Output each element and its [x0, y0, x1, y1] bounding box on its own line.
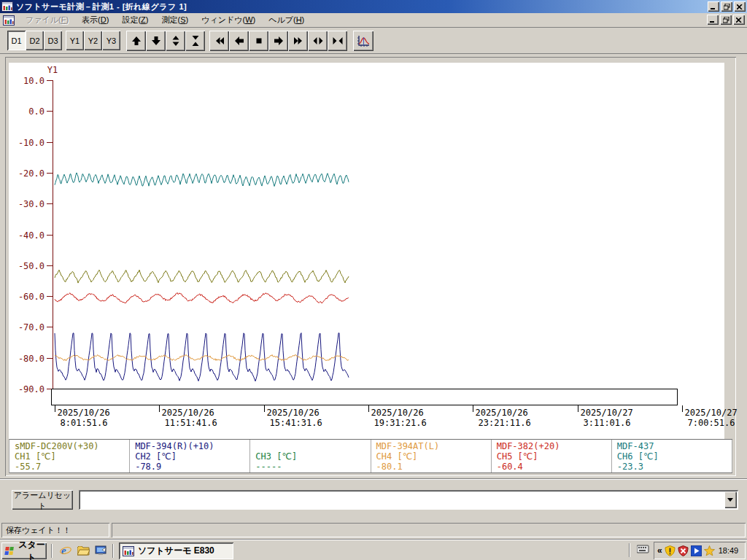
tray-clock[interactable]: 18:49 [719, 546, 739, 555]
legend-channel-label: CH5 [℃] [497, 451, 611, 462]
security-warning-shield-icon[interactable] [665, 545, 676, 556]
close-button[interactable] [734, 1, 746, 12]
toolbar-button-expand-horizontal[interactable] [308, 31, 328, 51]
toolbar-button-d1[interactable]: D1 [7, 31, 26, 50]
toolbar: D1D2D3Y1Y2Y3 [0, 28, 747, 54]
x-tick-date: 2025/10/26 [476, 408, 528, 418]
taskbar-app-button[interactable]: ソフトサーモ E830 [119, 542, 233, 559]
toolbar-button-arrow-up[interactable] [126, 31, 146, 51]
mdi-client: Y110.00.0-10.0-20.0-30.0-40.0-50.0-60.0-… [0, 55, 747, 478]
child-minimize-button[interactable] [707, 15, 719, 25]
taskbar-app-label: ソフトサーモ E830 [138, 545, 214, 557]
child-close-button[interactable] [733, 15, 745, 25]
toolbar-button-expand-vertical[interactable] [166, 31, 185, 51]
scroll-range-box[interactable] [52, 389, 678, 405]
menu-item-5[interactable]: ウィンドウ(W) [195, 12, 262, 28]
legend-cell-CH4: MDF-394AT(L)CH4 [℃]-80.1 [371, 440, 492, 472]
chart-plot-area: Y110.00.0-10.0-20.0-30.0-40.0-50.0-60.0-… [9, 63, 724, 439]
toolbar-button-compress-vertical[interactable] [185, 31, 205, 51]
y-axis-title: Y1 [47, 65, 58, 75]
toolbar-button-fast-forward[interactable] [288, 31, 308, 51]
menu-bar: ファイル(F)表示(D)設定(Z)測定(S)ウィンドウ(W)ヘルプ(H) [0, 13, 747, 28]
toolbar-button-rewind[interactable] [209, 31, 229, 51]
keyboard-language-icon[interactable] [637, 544, 649, 555]
toolbar-button-arrow-down[interactable] [146, 31, 166, 51]
child-restore-button[interactable] [720, 15, 732, 25]
taskbar-divider [51, 544, 53, 558]
legend-channel-name [255, 441, 370, 451]
y-tick-label: 10.0 [23, 76, 44, 86]
toolbar-button-chart-type[interactable] [353, 31, 374, 51]
system-tray: « 18:49 [654, 542, 746, 559]
alarm-panel: アラームリセット [0, 478, 747, 519]
toolbar-button-compress-horizontal[interactable] [328, 31, 347, 51]
legend-channel-label: CH3 [℃] [255, 451, 370, 462]
status-message: 保存ウェイト！！ [1, 523, 109, 537]
y-tick-label: -40.0 [18, 230, 44, 241]
x-tick-date: 2025/10/26 [267, 408, 320, 418]
taskbar-divider [112, 544, 114, 558]
document-icon[interactable] [3, 15, 15, 26]
toolbar-button-stop[interactable] [249, 31, 268, 51]
taskbar-divider [629, 543, 630, 557]
start-button[interactable]: スタート [1, 542, 47, 559]
channel-legend: sMDF-DC200V(+30)CH1 [℃]-55.7MDF-394(R)(+… [9, 439, 732, 473]
series-CH5-line [55, 292, 349, 303]
toolbar-button-d3[interactable]: D3 [44, 31, 62, 50]
minimize-button[interactable] [708, 1, 719, 12]
x-tick-time: 3:11:01.6 [584, 418, 631, 428]
svg-text:e: e [61, 545, 66, 556]
y-tick-label: -50.0 [18, 261, 44, 271]
toolbar-button-y2[interactable]: Y2 [84, 31, 102, 50]
legend-channel-label: CH1 [℃] [15, 451, 129, 462]
start-button-label: スタート [17, 539, 47, 560]
legend-channel-label: CH6 [℃] [617, 451, 732, 462]
x-tick-date: 2025/10/27 [685, 408, 738, 418]
star-tray-icon[interactable] [704, 545, 715, 556]
y-tick-label: -80.0 [18, 354, 44, 364]
x-tick-time: 15:41:31.6 [270, 418, 322, 428]
legend-channel-value: -60.4 [497, 462, 611, 472]
legend-channel-name: MDF-437 [617, 441, 732, 451]
combo-dropdown-button[interactable] [724, 491, 737, 508]
toolbar-button-y3[interactable]: Y3 [102, 31, 120, 50]
series-CH6-line [55, 173, 349, 187]
menu-item-4[interactable]: 測定(S) [155, 12, 195, 28]
toolbar-button-arrow-right[interactable] [268, 31, 288, 51]
x-tick-date: 2025/10/26 [58, 408, 110, 418]
y-tick-label: -30.0 [18, 199, 44, 209]
legend-channel-value: -80.1 [376, 462, 491, 472]
menu-item-2[interactable]: 表示(D) [75, 12, 115, 28]
toolbar-button-d2[interactable]: D2 [26, 31, 44, 50]
legend-channel-value: -78.9 [135, 462, 249, 472]
legend-cell-CH3: CH3 [℃]----- [250, 440, 371, 472]
y-tick-label: -10.0 [18, 138, 44, 148]
y-tick-label: 0.0 [28, 106, 44, 117]
x-tick-time: 19:31:21.6 [374, 418, 427, 428]
internet-explorer-icon[interactable]: e [58, 544, 73, 557]
alarm-combobox[interactable] [79, 490, 738, 510]
legend-channel-label: CH2 [℃] [135, 451, 249, 462]
menu-item-3[interactable]: 設定(Z) [115, 12, 155, 28]
security-alert-shield-icon[interactable] [678, 545, 689, 556]
toolbar-button-y1[interactable]: Y1 [66, 31, 84, 50]
menu-item-6[interactable]: ヘルプ(H) [262, 12, 311, 28]
x-tick-date: 2025/10/27 [581, 408, 633, 418]
restore-button[interactable] [721, 1, 732, 12]
show-desktop-icon[interactable] [93, 544, 108, 557]
toolbar-button-arrow-left[interactable] [229, 31, 249, 51]
legend-cell-CH6: MDF-437CH6 [℃]-23.3 [612, 440, 732, 472]
title-bar: ソフトサーモ計測－計測1 - [折れ線グラフ 1] [0, 0, 747, 13]
x-tick-time: 7:00:51.6 [688, 418, 735, 428]
legend-channel-label: CH4 [℃] [376, 451, 491, 462]
status-bar: 保存ウェイト！！ [0, 519, 747, 540]
tray-collapse-chevron[interactable]: « [657, 545, 662, 556]
media-player-tray-icon[interactable] [691, 545, 702, 556]
alarm-reset-button[interactable]: アラームリセット [12, 490, 73, 510]
line-chart: Y110.00.0-10.0-20.0-30.0-40.0-50.0-60.0-… [9, 63, 738, 439]
legend-channel-value: ----- [255, 462, 370, 472]
taskbar: スタート e ソフトサーモ E830 « [0, 540, 747, 560]
folder-icon[interactable] [76, 544, 90, 557]
screen: ソフトサーモ計測－計測1 - [折れ線グラフ 1] ファイル(F)表示(D)設定… [0, 0, 747, 560]
legend-channel-name: MDF-394(R)(+10) [135, 441, 249, 451]
